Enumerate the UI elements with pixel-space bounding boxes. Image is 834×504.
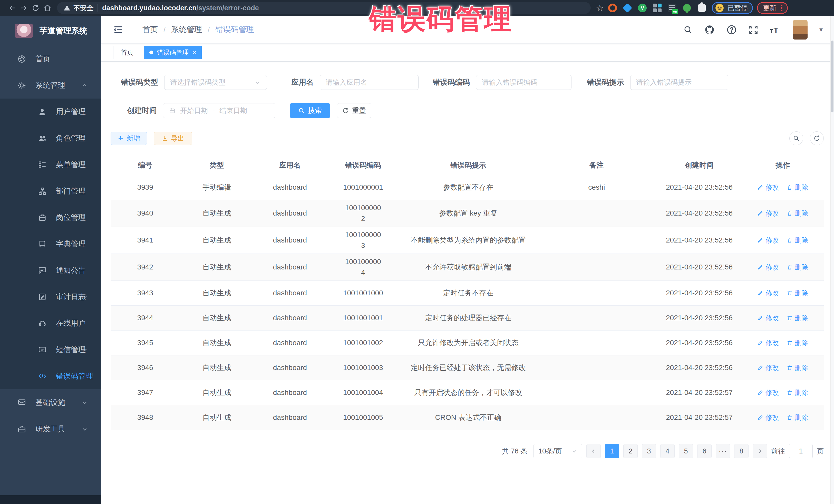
delete-link[interactable]: 删除 (787, 413, 808, 423)
sidebar-item-sms[interactable]: 短信管理 (0, 336, 101, 363)
sidebar-item-audit-log[interactable]: 审计日志 (0, 284, 101, 310)
search-icon[interactable] (683, 25, 693, 35)
edit-link[interactable]: 修改 (757, 338, 779, 348)
edit-link[interactable]: 修改 (757, 235, 779, 245)
scrollbar[interactable] (830, 16, 834, 504)
delete-link[interactable]: 删除 (787, 235, 808, 245)
browser-update-button[interactable]: 更新 (757, 2, 788, 14)
sidebar-item-home[interactable]: 首页 (0, 46, 101, 72)
delete-link[interactable]: 删除 (787, 262, 808, 272)
trash-icon (787, 414, 793, 421)
extension-gem-icon[interactable] (623, 4, 632, 12)
prev-page-button[interactable] (586, 444, 601, 458)
page-size-select[interactable]: 10条/页 (533, 444, 582, 458)
edit-link[interactable]: 修改 (757, 388, 779, 398)
cell-hint: 定时任务不存在 (400, 288, 536, 299)
page-button-2[interactable]: 2 (623, 444, 638, 458)
extension-puzzle-icon[interactable] (698, 4, 706, 12)
browser-forward-icon[interactable] (18, 2, 30, 14)
page-button-6[interactable]: 6 (697, 444, 711, 458)
error-hint-input[interactable] (630, 75, 728, 90)
goto-page-input[interactable] (789, 444, 813, 458)
hamburger-icon[interactable] (113, 25, 125, 35)
extension-key-icon[interactable] (683, 4, 691, 12)
date-range-picker[interactable]: 开始日期 - 结束日期 (163, 103, 275, 118)
github-icon[interactable] (704, 25, 715, 35)
sidebar-item-posts[interactable]: 岗位管理 (0, 204, 101, 231)
cell-type: 自动生成 (180, 262, 254, 272)
edit-link[interactable]: 修改 (757, 262, 779, 272)
more-pages-button[interactable]: ··· (716, 444, 730, 458)
reset-button[interactable]: 重置 (337, 103, 371, 118)
delete-link[interactable]: 删除 (787, 363, 808, 373)
show-search-button[interactable] (789, 131, 803, 145)
sidebar-item-label: 字典管理 (56, 239, 86, 249)
tab-error-code[interactable]: 错误码管理 × (144, 46, 202, 59)
refresh-table-button[interactable] (810, 131, 824, 145)
tab-label: 首页 (120, 48, 133, 57)
breadcrumb-system[interactable]: 系统管理 (171, 24, 202, 35)
extension-switch-icon[interactable]: on (668, 4, 676, 12)
edit-link[interactable]: 修改 (757, 413, 779, 423)
sidebar-item-error-code[interactable]: 错误码管理 (0, 363, 101, 389)
browser-menu-icon[interactable] (780, 5, 784, 11)
security-label: 不安全 (73, 4, 93, 13)
sidebar-item-menus[interactable]: 菜单管理 (0, 151, 101, 178)
bookmark-star-icon[interactable]: ☆ (596, 3, 603, 13)
delete-link[interactable]: 删除 (787, 338, 808, 348)
sidebar-collapse-bar[interactable] (0, 495, 101, 504)
page-button-1[interactable]: 1 (605, 444, 619, 458)
extension-vue-icon[interactable]: V (638, 4, 647, 12)
scrollbar-thumb[interactable] (831, 41, 833, 112)
app-name-input[interactable] (320, 75, 419, 90)
help-icon[interactable] (726, 25, 737, 35)
font-size-icon[interactable]: TT (770, 25, 781, 35)
page-button-8[interactable]: 8 (734, 444, 749, 458)
browser-back-icon[interactable] (6, 2, 18, 14)
sidebar-item-announcements[interactable]: 通知公告 (0, 257, 101, 284)
sidebar-item-online-users[interactable]: 在线用户 (0, 310, 101, 336)
profile-paused-chip[interactable]: 已暂停 (712, 2, 753, 14)
edit-link[interactable]: 修改 (757, 209, 779, 218)
chevron-down-icon[interactable]: ▾ (819, 26, 823, 34)
error-type-select[interactable]: 请选择错误码类型 (164, 75, 267, 90)
page-button-3[interactable]: 3 (642, 444, 656, 458)
edit-link[interactable]: 修改 (757, 363, 779, 373)
browser-reload-icon[interactable] (30, 2, 42, 14)
delete-link[interactable]: 删除 (787, 313, 808, 323)
close-icon[interactable]: × (193, 49, 196, 56)
extension-ring-icon[interactable] (608, 4, 617, 12)
delete-link[interactable]: 删除 (787, 288, 808, 298)
sidebar-item-dev-tools[interactable]: 研发工具 (0, 416, 101, 442)
page-button-4[interactable]: 4 (660, 444, 675, 458)
sidebar-item-departments[interactable]: 部门管理 (0, 178, 101, 204)
breadcrumb-home[interactable]: 首页 (142, 24, 158, 35)
sidebar-item-dictionary[interactable]: 字典管理 (0, 231, 101, 257)
security-warning[interactable]: 不安全 (64, 4, 93, 13)
browser-home-icon[interactable] (42, 2, 53, 14)
error-code-input[interactable] (476, 75, 571, 90)
sidebar-item-infrastructure[interactable]: 基础设施 (0, 389, 101, 416)
add-button[interactable]: 新增 (111, 132, 147, 145)
address-bar[interactable]: 不安全 dashboard.yudao.iocoder.cn/system/er… (57, 2, 591, 14)
error-code-label: 错误码编码 (433, 77, 470, 88)
next-page-button[interactable] (753, 444, 767, 458)
edit-link[interactable]: 修改 (757, 288, 779, 298)
delete-link[interactable]: 删除 (787, 388, 808, 398)
export-button[interactable]: 导出 (154, 132, 192, 145)
delete-link[interactable]: 删除 (787, 182, 808, 193)
edit-link[interactable]: 修改 (757, 182, 779, 193)
cell-id: 3941 (111, 235, 180, 246)
edit-link[interactable]: 修改 (757, 313, 779, 323)
sidebar-item-roles[interactable]: 角色管理 (0, 125, 101, 151)
fullscreen-icon[interactable] (749, 25, 758, 35)
sidebar-item-system[interactable]: 系统管理 (0, 72, 101, 98)
tab-home[interactable]: 首页 (113, 46, 141, 59)
user-avatar[interactable] (793, 20, 808, 40)
extension-grid-icon[interactable] (653, 4, 662, 12)
page-button-5[interactable]: 5 (679, 444, 693, 458)
search-button[interactable]: 搜索 (290, 103, 330, 118)
sidebar-item-users[interactable]: 用户管理 (0, 98, 101, 125)
delete-link[interactable]: 删除 (787, 209, 808, 218)
table-body: 3939 手动编辑 dashboard 1001000001 参数配置不存在 c… (111, 175, 824, 430)
